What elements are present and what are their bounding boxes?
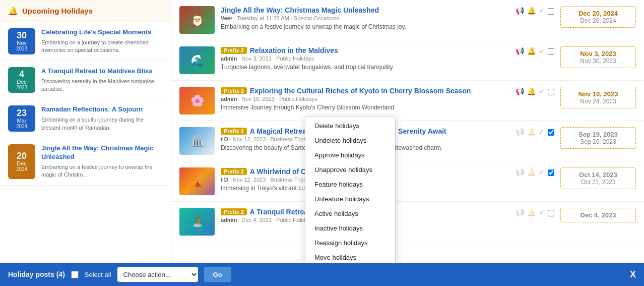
date-badge: 30 Nov 2023 — [8, 28, 35, 54]
post-thumbnail: 🌊 — [179, 46, 215, 74]
check-circle-icon[interactable]: ✓ — [539, 208, 545, 216]
post-excerpt: Embarking on a festive journey to unwrap… — [221, 23, 509, 30]
post-excerpt: Immersive Journey through Kyoto's Cherry… — [221, 104, 509, 111]
sidebar-item-desc: Embarking on a journey to create cherish… — [41, 39, 163, 54]
post-thumbnail: 🏝️ — [179, 208, 215, 236]
check-circle-icon[interactable]: ✓ — [539, 168, 545, 176]
prefix-badge: Prefix 2 — [221, 87, 247, 94]
context-menu-item[interactable]: Reassign holidays — [305, 236, 395, 250]
post-actions: 📢🔔✓ — [516, 127, 554, 136]
sidebar-item-title: Celebrating Life's Special Moments — [41, 28, 163, 37]
date-badge: 4 Dec 2023 — [8, 67, 35, 93]
post-thumbnail: 🏛️ — [179, 127, 215, 155]
post-title[interactable]: Relaxation in the Maldives — [250, 46, 338, 54]
context-menu-item[interactable]: Unfeature holidays — [305, 192, 395, 206]
post-checkbox[interactable] — [548, 169, 554, 176]
post-thumbnail: 🎅 — [179, 6, 215, 34]
context-menu-item[interactable]: Undelete holidays — [305, 133, 395, 148]
close-button[interactable]: X — [630, 269, 636, 280]
post-title[interactable]: Exploring the Cultural Riches of Kyoto i… — [250, 87, 471, 95]
context-menu-item[interactable]: Move holidays — [305, 250, 395, 263]
check-circle-icon[interactable]: ✓ — [539, 7, 545, 15]
post-thumbnail: 🌸 — [179, 87, 215, 115]
context-menu-item[interactable]: Approve holidays — [305, 148, 395, 162]
post-checkbox[interactable] — [548, 129, 554, 136]
post-checkbox[interactable] — [548, 8, 554, 15]
post-row: 🌸 Prefix 2 Exploring the Cultural Riches… — [171, 81, 644, 121]
alert-icon[interactable]: 📢 — [516, 87, 524, 95]
post-checkbox[interactable] — [548, 89, 554, 95]
post-checkbox[interactable] — [548, 210, 554, 216]
sidebar-item-title: Ramadan Reflections: A Sojourn — [41, 105, 163, 114]
context-menu-item[interactable]: Inactive holidays — [305, 221, 395, 236]
post-content: Prefix 2 Exploring the Cultural Riches o… — [221, 87, 509, 111]
post-checkbox[interactable] — [548, 48, 554, 55]
alert-icon[interactable]: 📢 — [516, 168, 524, 176]
bell-icon: 🔔 — [8, 6, 18, 16]
alert-icon[interactable]: 📢 — [516, 47, 524, 55]
alert-icon[interactable]: 📢 — [516, 208, 524, 216]
post-actions: 📢🔔✓ — [516, 167, 554, 176]
date-badge: 20 Dec 2024 — [8, 144, 35, 179]
post-row: 🎅 Jingle All the Way: Christmas Magic Un… — [171, 0, 644, 40]
sidebar-item-desc: Embarking on a festive journey to unwrap… — [41, 163, 163, 179]
bottom-bar: Holiday posts (4) Select all Choose acti… — [0, 263, 644, 286]
date-badge: 23 Mar 2024 — [8, 105, 35, 132]
post-meta: Veer · Tuesday at 11:25 AM · Special Occ… — [221, 15, 509, 21]
content-area: 🎅 Jingle All the Way: Christmas Magic Un… — [171, 0, 644, 263]
bell-icon[interactable]: 🔔 — [527, 208, 536, 216]
bottom-bar-title: Holiday posts (4) — [8, 270, 65, 278]
post-actions: 📢🔔✓ — [516, 6, 554, 15]
context-menu: Delete holidaysUndelete holidaysApprove … — [305, 116, 396, 263]
sidebar-item[interactable]: 20 Dec 2024 Jingle All the Way: Christma… — [0, 138, 171, 186]
date-range-box: Oct 14, 2023Oct 21, 2023 — [560, 167, 636, 189]
post-content: Jingle All the Way: Christmas Magic Unle… — [221, 6, 509, 30]
prefix-badge: Prefix 2 — [221, 168, 247, 175]
sidebar-item[interactable]: 30 Nov 2023 Celebrating Life's Special M… — [0, 22, 171, 61]
sidebar-item[interactable]: 4 Dec 2023 A Tranquil Retreat to Maldive… — [0, 61, 171, 100]
post-actions: 📢🔔✓ — [516, 208, 554, 216]
post-meta: admin · Nov 3, 2023 · Public Holidays — [221, 55, 509, 62]
context-menu-item[interactable]: Active holidays — [305, 206, 395, 221]
date-range-box: Dec 4, 2023 — [560, 208, 636, 222]
post-content: Prefix 2 Relaxation in the Maldives admi… — [221, 46, 509, 71]
post-thumbnail: 🗼 — [179, 167, 215, 195]
check-circle-icon[interactable]: ✓ — [539, 128, 545, 136]
alert-icon[interactable]: 📢 — [516, 128, 524, 136]
date-range-box: Dec 20, 2024Dec 26, 2024 — [560, 6, 636, 28]
go-button[interactable]: Go — [204, 267, 231, 282]
bell-icon[interactable]: 🔔 — [527, 7, 536, 15]
bell-icon[interactable]: 🔔 — [527, 168, 536, 176]
sidebar-item[interactable]: 23 Mar 2024 Ramadan Reflections: A Sojou… — [0, 99, 171, 138]
post-meta: admin · Nov 10, 2023 · Public Holidays — [221, 96, 509, 102]
post-row: 🌊 Prefix 2 Relaxation in the Maldives ad… — [171, 40, 644, 81]
bell-icon[interactable]: 🔔 — [527, 128, 536, 136]
sidebar-title: Upcoming Holidays — [22, 7, 93, 15]
check-circle-icon[interactable]: ✓ — [539, 47, 545, 55]
context-menu-item[interactable]: Unapprove holidays — [305, 162, 395, 177]
post-row: 🗼 Prefix 2 A Whirlwind of Colors in Toky… — [171, 161, 644, 202]
post-row: 🏛️ Prefix 2 A Magical Retreat to Santori… — [171, 121, 644, 161]
select-all-label[interactable]: Select all — [85, 271, 111, 278]
post-excerpt: Turquoise lagoons, overwater bungalows, … — [221, 64, 509, 71]
sidebar-item-title: A Tranquil Retreat to Maldives Bliss — [41, 67, 163, 76]
bell-icon[interactable]: 🔔 — [527, 47, 536, 55]
check-circle-icon[interactable]: ✓ — [539, 87, 545, 95]
context-menu-item[interactable]: Delete holidays — [305, 119, 395, 133]
context-menu-item[interactable]: Feature holidays — [305, 177, 395, 192]
sidebar-item-desc: Embarking on a soulful journey during th… — [41, 116, 163, 132]
prefix-badge: Prefix 2 — [221, 128, 247, 135]
post-row: 🏝️ Prefix 2 A Tranquil Retreat to Maldiv… — [171, 202, 644, 242]
select-all-checkbox[interactable] — [71, 271, 79, 278]
date-range-box: Sep 19, 2023Sep 26, 2023 — [560, 127, 636, 149]
sidebar-item-desc: Discovering serenity in the Maldives tur… — [41, 78, 163, 93]
bell-icon[interactable]: 🔔 — [527, 87, 536, 95]
sidebar-header: 🔔 Upcoming Holidays — [0, 0, 171, 22]
post-actions: 📢🔔✓ — [516, 46, 554, 55]
choose-action-select[interactable]: Choose action... Delete holidays Approve… — [117, 267, 198, 282]
alert-icon[interactable]: 📢 — [516, 7, 524, 15]
sidebar-item-title: Jingle All the Way: Christmas Magic Unle… — [41, 144, 163, 161]
date-range-box: Nov 3, 2023Nov 30, 2023 — [560, 46, 636, 68]
post-title[interactable]: Jingle All the Way: Christmas Magic Unle… — [221, 6, 379, 14]
post-actions: 📢🔔✓ — [516, 87, 554, 95]
